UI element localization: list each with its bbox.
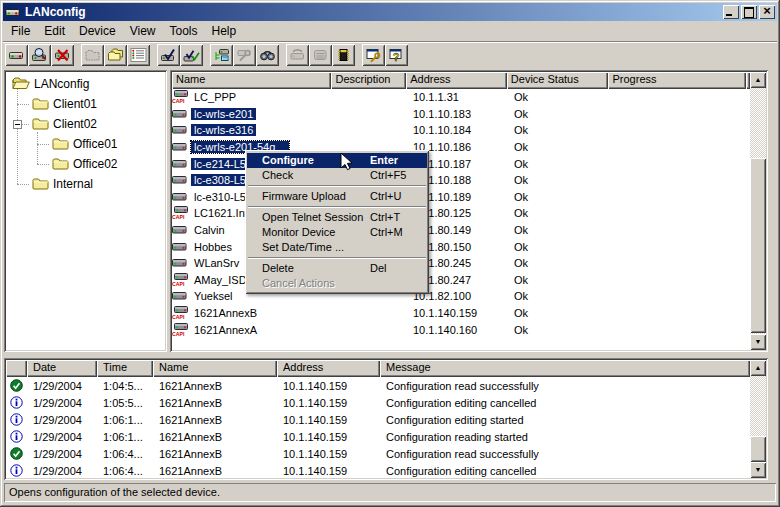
device-status: Ok xyxy=(514,290,528,302)
close-button[interactable] xyxy=(759,5,775,19)
column-header-address[interactable]: Address xyxy=(406,72,507,89)
context-menu-item-configure[interactable]: ConfigureEnter xyxy=(247,153,427,168)
context-menu-item-firmware-upload[interactable]: Firmware UploadCtrl+U xyxy=(247,189,427,204)
context-help-button[interactable]: ? xyxy=(385,44,408,66)
tree-item-office02[interactable]: Office02 xyxy=(52,154,117,174)
device-name: LC_PPP xyxy=(191,91,239,103)
log-message: Configuration editing cancelled xyxy=(380,465,750,477)
device-row[interactable]: CAPI1621AnnexA10.1.140.160Ok xyxy=(172,321,750,338)
menu-item-help[interactable]: Help xyxy=(205,22,244,41)
device-status: Ok xyxy=(514,224,528,236)
tree-item-office01[interactable]: Office01 xyxy=(52,134,117,154)
menu-item-device[interactable]: Device xyxy=(72,22,123,41)
device-wrench-disabled-icon xyxy=(236,47,253,63)
setup-wizard-button[interactable] xyxy=(362,44,385,66)
tree-item-internal[interactable]: Internal xyxy=(32,174,93,194)
minimize-button[interactable] xyxy=(723,5,739,19)
scroll-down-icon[interactable] xyxy=(750,462,766,478)
tree-item-lanconfig[interactable]: LANconfig xyxy=(12,74,89,94)
context-menu-item-check[interactable]: CheckCtrl+F5 xyxy=(247,168,427,183)
scrollbar-thumb[interactable] xyxy=(750,436,766,462)
log-row[interactable]: 1/29/20041:06:4...1621AnnexB10.1.140.159… xyxy=(6,445,750,462)
log-column-header-address[interactable]: Address xyxy=(277,360,380,377)
column-header-device-status[interactable]: Device Status xyxy=(507,72,609,89)
info-icon xyxy=(6,430,27,443)
open-folder-icon xyxy=(12,76,30,92)
log-column-header-date[interactable]: Date xyxy=(27,360,97,377)
check-device-button[interactable] xyxy=(157,44,180,66)
maximize-button[interactable] xyxy=(741,5,757,19)
column-header-name[interactable]: Name xyxy=(172,72,331,89)
device-name: 1621AnnexA xyxy=(191,324,260,336)
delete-device-button[interactable] xyxy=(51,44,74,66)
folder-icon xyxy=(32,176,49,192)
tree-item-label: Client01 xyxy=(53,97,97,111)
menu-item-edit[interactable]: Edit xyxy=(37,22,72,41)
firmware-upload-button[interactable] xyxy=(332,44,355,66)
log-address: 10.1.140.159 xyxy=(277,465,380,477)
log-column-header-name[interactable]: Name xyxy=(153,360,277,377)
context-menu-item-monitor-device[interactable]: Monitor DeviceCtrl+M xyxy=(247,225,427,240)
log-time: 1:06:1... xyxy=(97,431,153,443)
menu-item-file[interactable]: File xyxy=(4,22,37,41)
collapse-expander-icon[interactable] xyxy=(13,120,22,129)
menu-item-view[interactable]: View xyxy=(123,22,163,41)
log-name: 1621AnnexB xyxy=(153,431,277,443)
find-devices-button[interactable] xyxy=(28,44,51,66)
context-menu-item-cancel-actions: Cancel Actions xyxy=(247,276,427,291)
toolbar: ? xyxy=(3,41,777,68)
log-scrollbar[interactable] xyxy=(750,360,766,478)
log-row[interactable]: 1/29/20041:06:1...1621AnnexB10.1.140.159… xyxy=(6,411,750,428)
device-icon xyxy=(172,191,191,203)
menu-separator xyxy=(248,185,426,187)
log-row[interactable]: 1/29/20041:06:1...1621AnnexB10.1.140.159… xyxy=(6,428,750,445)
device-log-list-button[interactable] xyxy=(127,44,150,66)
tree-item-client01[interactable]: Client01 xyxy=(32,94,97,114)
tree-item-client02[interactable]: Client02 xyxy=(32,114,97,134)
device-status: Ok xyxy=(514,207,528,219)
monitor-device-button[interactable] xyxy=(256,44,279,66)
folder-icon xyxy=(32,116,49,132)
device-row[interactable]: lc-wrls-e31610.1.10.184Ok xyxy=(172,122,750,139)
tree-item-label: LANconfig xyxy=(34,77,89,91)
folder-view-button[interactable] xyxy=(104,44,127,66)
device-list-scrollbar[interactable] xyxy=(750,72,766,350)
menu-item-tools[interactable]: Tools xyxy=(163,22,205,41)
device-row[interactable]: CAPILC_PPP10.1.1.31Ok xyxy=(172,89,750,106)
context-menu-item-open-telnet-session[interactable]: Open Telnet SessionCtrl+T xyxy=(247,210,427,225)
menu-item-label: Delete xyxy=(262,262,294,274)
log-date: 1/29/2004 xyxy=(27,397,97,409)
log-address: 10.1.140.159 xyxy=(277,448,380,460)
log-row[interactable]: 1/29/20041:04:5...1621AnnexB10.1.140.159… xyxy=(6,377,750,394)
log-address: 10.1.140.159 xyxy=(277,414,380,426)
device-status: Ok xyxy=(514,191,528,203)
check-all-devices-button[interactable] xyxy=(180,44,203,66)
log-message: Configuration editing cancelled xyxy=(380,397,750,409)
device-status: Ok xyxy=(514,124,528,136)
log-name: 1621AnnexB xyxy=(153,397,277,409)
new-device-button[interactable] xyxy=(5,44,28,66)
scroll-down-icon[interactable] xyxy=(750,334,766,350)
log-column-header-icon[interactable] xyxy=(6,360,27,377)
column-header-progress[interactable]: Progress xyxy=(608,72,746,89)
scroll-up-icon[interactable] xyxy=(750,72,766,88)
tree-item-label: Client02 xyxy=(53,117,97,131)
context-menu-item-delete[interactable]: DeleteDel xyxy=(247,261,427,276)
log-row[interactable]: 1/29/20041:05:5...1621AnnexB10.1.140.159… xyxy=(6,394,750,411)
device-row[interactable]: CAPI1621AnnexB10.1.140.159Ok xyxy=(172,305,750,322)
device-status: Ok xyxy=(514,141,528,153)
log-column-header-message[interactable]: Message xyxy=(380,360,750,377)
status-text: Opens configuration of the selected devi… xyxy=(9,486,220,498)
folder-disabled-icon xyxy=(84,47,101,63)
scrollbar-thumb[interactable] xyxy=(750,158,766,333)
device-status: Ok xyxy=(514,241,528,253)
device-row[interactable]: lc-wrls-e20110.1.10.183Ok xyxy=(172,106,750,123)
log-column-header-time[interactable]: Time xyxy=(97,360,153,377)
context-menu-item-set-date-time[interactable]: Set Date/Time ... xyxy=(247,240,427,255)
scroll-up-icon[interactable] xyxy=(750,360,766,376)
log-message: Configuration read successfully xyxy=(380,448,750,460)
column-header-description[interactable]: Description xyxy=(331,72,406,89)
device-address: 10.1.140.160 xyxy=(413,324,477,336)
device-properties-button[interactable] xyxy=(210,44,233,66)
log-row[interactable]: 1/29/20041:06:4...1621AnnexB10.1.140.159… xyxy=(6,462,750,478)
